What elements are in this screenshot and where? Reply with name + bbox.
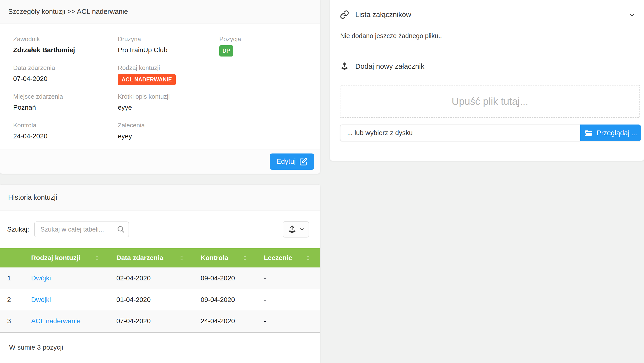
row-index: 1 (0, 268, 24, 289)
treatment-cell: - (257, 268, 320, 289)
injury-history-header: Historia kontuzji (0, 184, 320, 210)
column-header-index (0, 248, 24, 268)
attachments-list-title: Lista załączników (355, 10, 411, 19)
injury-link[interactable]: Dwójki (31, 274, 51, 282)
sort-icon (180, 255, 184, 261)
field-rodzaj-kontuzji: Rodzaj kontuzji ACL NADERWANIE (118, 64, 176, 85)
injury-details-footer: Edytuj (0, 149, 320, 174)
browse-button-label: Przeglądaj ... (596, 129, 637, 137)
column-header-rodzaj-kontuzji[interactable]: Rodzaj kontuzji (24, 248, 109, 268)
sort-icon (243, 255, 246, 261)
field-label: Pozycja (219, 36, 241, 43)
field-label: Zawodnik (13, 36, 75, 43)
sort-icon (306, 255, 310, 261)
control-date-cell: 24-04-2020 (194, 310, 257, 332)
edit-button-label: Edytuj (276, 158, 296, 166)
injury-link[interactable]: ACL naderwanie (31, 317, 80, 325)
field-label: Krótki opis kontuzji (118, 93, 170, 100)
field-krotki-opis: Krótki opis kontuzji eyye (118, 93, 170, 111)
injury-history-card: Historia kontuzji Szukaj: (0, 184, 320, 363)
column-header-data-zdarzenia[interactable]: Data zdarzenia (109, 248, 194, 268)
injury-type-badge: ACL NADERWANIE (118, 74, 176, 85)
add-attachment-title: Dodaj nowy załącznik (355, 62, 424, 70)
table-row: 1 Dwójki 02-04-2020 09-04-2020 - (0, 268, 320, 289)
field-label: Kontrola (13, 122, 48, 129)
treatment-cell: - (257, 310, 320, 332)
field-miejsce-zdarzenia: Miejsce zdarzenia Poznań (13, 93, 63, 111)
attachments-list-header: Lista załączników (340, 10, 411, 19)
chevron-down-icon (299, 226, 305, 232)
field-pozycja: Pozycja DP (219, 36, 241, 56)
attachments-empty-message: Nie dodano jeszcze żadnego pliku.. (340, 32, 442, 40)
recommendations: eyey (118, 132, 145, 140)
link-icon (340, 10, 349, 19)
team-name: ProTrainUp Club (118, 46, 167, 54)
search-box (34, 222, 129, 237)
field-label: Miejsce zdarzenia (13, 93, 63, 100)
event-date-cell: 07-04-2020 (109, 310, 194, 332)
field-label: Zalecenia (118, 122, 145, 129)
column-header-kontrola[interactable]: Kontrola (194, 248, 257, 268)
edit-button[interactable]: Edytuj (270, 154, 314, 170)
page-title: Szczegóły kontuzji >> ACL naderwanie (8, 8, 128, 16)
injury-details-header: Szczegóły kontuzji >> ACL naderwanie (0, 0, 320, 24)
control-date-cell: 09-04-2020 (194, 289, 257, 310)
field-label: Drużyna (118, 36, 167, 43)
search-icon (117, 225, 125, 233)
column-header-leczenie[interactable]: Leczenie (257, 248, 320, 268)
chevron-down-icon[interactable] (628, 11, 636, 19)
field-kontrola: Kontrola 24-04-2020 (13, 122, 48, 140)
event-place: Poznań (13, 104, 63, 111)
injury-details-card: Szczegóły kontuzji >> ACL naderwanie Zaw… (0, 0, 320, 174)
control-date: 24-04-2020 (13, 132, 48, 140)
field-druzyna: Drużyna ProTrainUp Club (118, 36, 167, 54)
browse-button[interactable]: Przeglądaj ... (580, 124, 641, 141)
history-title: Historia kontuzji (8, 194, 57, 201)
field-data-zdarzenia: Data zdarzenia 07-04-2020 (13, 64, 55, 82)
treatment-cell: - (257, 289, 320, 310)
add-attachment-header: Dodaj nowy załącznik (340, 62, 424, 71)
folder-icon (584, 128, 593, 137)
event-date: 07-04-2020 (13, 75, 55, 82)
control-date-cell: 09-04-2020 (194, 268, 257, 289)
file-path-input[interactable] (340, 124, 580, 141)
file-picker-group: Przeglądaj ... (340, 124, 641, 141)
table-header-row: Rodzaj kontuzji Data zdarzenia Kontrola … (0, 248, 320, 268)
export-icon (287, 224, 297, 234)
history-toolbar: Szukaj: (0, 210, 320, 248)
field-label: Rodzaj kontuzji (118, 64, 176, 72)
file-dropzone[interactable]: Upuść plik tutaj... (340, 85, 640, 118)
attachments-card: Lista załączników Nie dodano jeszcze żad… (330, 0, 644, 161)
field-zalecenia: Zalecenia eyey (118, 122, 145, 140)
injury-link[interactable]: Dwójki (31, 296, 51, 304)
player-name: Zdrzałek Bartłomiej (13, 46, 75, 54)
search-input[interactable] (34, 222, 129, 237)
row-index: 3 (0, 310, 24, 332)
position-badge: DP (219, 45, 233, 56)
search-label: Szukaj: (7, 226, 29, 233)
table-row: 3 ACL naderwanie 07-04-2020 24-04-2020 - (0, 310, 320, 332)
sort-icon (96, 255, 99, 261)
injury-description: eyye (118, 104, 170, 111)
injury-history-table: Rodzaj kontuzji Data zdarzenia Kontrola … (0, 248, 320, 332)
dropzone-placeholder: Upuść plik tutaj... (452, 96, 528, 107)
field-zawodnik: Zawodnik Zdrzałek Bartłomiej (13, 36, 75, 54)
event-date-cell: 01-04-2020 (109, 289, 194, 310)
table-row: 2 Dwójki 01-04-2020 09-04-2020 - (0, 289, 320, 310)
field-label: Data zdarzenia (13, 64, 55, 72)
upload-icon (340, 62, 349, 71)
event-date-cell: 02-04-2020 (109, 268, 194, 289)
export-dropdown-button[interactable] (283, 221, 309, 238)
row-index: 2 (0, 289, 24, 310)
edit-icon (300, 158, 308, 166)
table-summary: W sumie 3 pozycji (0, 332, 320, 351)
